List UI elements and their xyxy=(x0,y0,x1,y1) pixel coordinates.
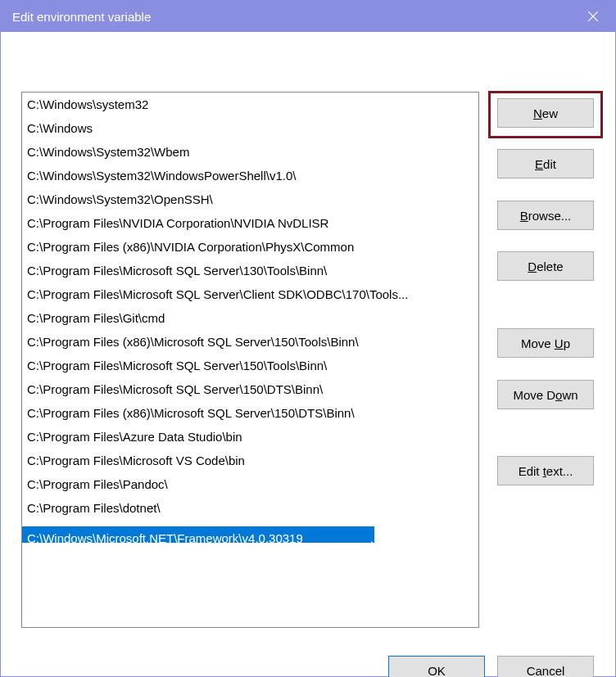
path-row[interactable]: C:\Program Files\Microsoft SQL Server\13… xyxy=(22,259,478,282)
path-row[interactable]: C:\Program Files\Microsoft SQL Server\Cl… xyxy=(22,282,478,306)
client-area: C:\Windows\system32C:\WindowsC:\Windows\… xyxy=(1,32,615,676)
new-button[interactable]: New xyxy=(497,98,594,128)
path-listbox[interactable]: C:\Windows\system32C:\WindowsC:\Windows\… xyxy=(21,92,479,628)
move-up-button[interactable]: Move Up xyxy=(497,328,594,358)
path-row[interactable]: C:\Windows\System32\OpenSSH\ xyxy=(22,187,478,211)
ok-button[interactable]: OK xyxy=(388,656,485,677)
delete-button[interactable]: Delete xyxy=(497,251,594,281)
dialog-window: Edit environment variable C:\Windows\sys… xyxy=(0,0,616,677)
path-row[interactable]: C:\Program Files\Microsoft SQL Server\15… xyxy=(22,354,478,377)
path-row[interactable]: C:\Program Files (x86)\Microsoft SQL Ser… xyxy=(22,401,478,425)
close-icon xyxy=(588,11,598,21)
path-row[interactable]: C:\Windows\Microsoft.NET\Framework\v4.0.… xyxy=(22,520,478,544)
path-row[interactable]: C:\Program Files (x86)\Microsoft SQL Ser… xyxy=(22,330,478,354)
path-row[interactable]: C:\Program Files\Git\cmd xyxy=(22,306,478,330)
path-row[interactable]: C:\Windows xyxy=(22,116,478,140)
edit-button[interactable]: Edit xyxy=(497,149,594,178)
path-row[interactable]: C:\Program Files (x86)\NVIDIA Corporatio… xyxy=(22,235,478,259)
path-row[interactable]: C:\Program Files\Microsoft SQL Server\15… xyxy=(22,377,478,401)
path-row[interactable]: C:\Windows\System32\WindowsPowerShell\v1… xyxy=(22,164,478,187)
path-row[interactable]: C:\Program Files\Pandoc\ xyxy=(22,472,478,496)
path-cell: C:\Windows\Microsoft.NET\Framework\v4.0.… xyxy=(22,526,374,544)
window-title: Edit environment variable xyxy=(12,10,571,24)
path-row[interactable]: C:\Program Files\dotnet\ xyxy=(22,496,478,520)
titlebar[interactable]: Edit environment variable xyxy=(1,1,615,32)
path-row[interactable]: C:\Program Files\Azure Data Studio\bin xyxy=(22,425,478,449)
edit-text-button[interactable]: Edit text... xyxy=(497,456,594,485)
path-row[interactable]: C:\Windows\System32\Wbem xyxy=(22,140,478,164)
cancel-button[interactable]: Cancel xyxy=(497,656,594,677)
move-down-button[interactable]: Move Down xyxy=(497,380,594,409)
close-button[interactable] xyxy=(571,1,615,32)
path-row[interactable]: C:\Program Files\Microsoft VS Code\bin xyxy=(22,449,478,472)
path-row[interactable]: C:\Program Files\NVIDIA Corporation\NVID… xyxy=(22,211,478,235)
path-row[interactable]: C:\Windows\system32 xyxy=(22,93,478,116)
path-cell-right xyxy=(374,520,478,543)
browse-button[interactable]: Browse... xyxy=(497,201,594,230)
